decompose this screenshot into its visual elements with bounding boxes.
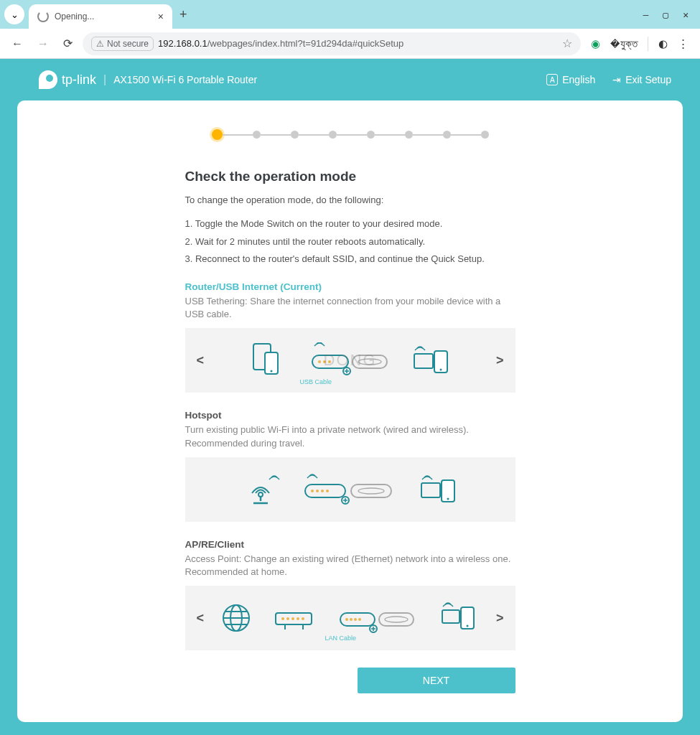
instruction-step: 2. Wait for 2 minutes until the router r…	[185, 233, 515, 251]
svg-point-4	[318, 360, 321, 363]
app-background: tp-link | AX1500 Wi-Fi 6 Portable Router…	[0, 59, 700, 735]
warning-icon: ⚠	[96, 39, 104, 49]
svg-point-12	[439, 369, 442, 371]
address-bar[interactable]: ⚠ Not secure 192.168.0.1/webpages/index.…	[83, 32, 581, 55]
close-icon[interactable]: ×	[158, 11, 164, 22]
public-wifi-icon	[239, 472, 282, 507]
diagram-ap: < > LAN Cable	[185, 586, 515, 650]
page-title: Check the operation mode	[185, 169, 515, 184]
forward-button[interactable]: →	[33, 37, 53, 50]
svg-point-18	[326, 490, 329, 492]
step-dot-4	[329, 131, 337, 139]
brand-logo: tp-link	[39, 70, 96, 89]
svg-point-29	[286, 617, 289, 620]
step-dot-5	[367, 131, 375, 139]
instruction-step: 1. Toggle the Mode Switch on the router …	[185, 215, 515, 233]
divider	[648, 37, 648, 51]
mode-desc-ap: Access Point: Change an existing wired (…	[185, 553, 515, 579]
progress-stepper	[17, 129, 683, 140]
step-line	[261, 134, 291, 136]
exit-icon: ⇥	[612, 74, 621, 85]
tab-title: Opening...	[55, 11, 152, 22]
language-button[interactable]: A English	[546, 74, 595, 85]
svg-point-37	[358, 618, 361, 621]
client-device-icon	[411, 342, 454, 378]
mode-desc-router: USB Tethering: Share the internet connec…	[185, 295, 515, 321]
close-window-button[interactable]: ✕	[683, 9, 689, 20]
mode-title-hotspot: Hotspot	[185, 410, 515, 421]
router-device-icon	[311, 342, 390, 378]
svg-rect-7	[353, 355, 387, 368]
app-header: tp-link | AX1500 Wi-Fi 6 Portable Router…	[0, 59, 700, 100]
tab-search-button[interactable]: ⌄	[4, 4, 24, 24]
step-dot-6	[405, 131, 413, 139]
mode-title-ap: AP/RE/Client	[185, 539, 515, 550]
next-button[interactable]: NEXT	[358, 668, 515, 693]
svg-point-2	[270, 370, 272, 373]
product-name: AX1500 Wi-Fi 6 Portable Router	[113, 74, 257, 85]
diagram-cable-label: LAN Cable	[325, 635, 357, 642]
step-dot-7	[443, 131, 451, 139]
security-chip[interactable]: ⚠ Not secure	[91, 37, 154, 51]
svg-rect-22	[421, 483, 440, 497]
step-dot-3	[291, 131, 299, 139]
phone-device-icon	[246, 342, 289, 378]
carousel-next-icon[interactable]: >	[496, 611, 504, 626]
carousel-next-icon[interactable]: >	[496, 353, 504, 368]
svg-rect-38	[379, 613, 414, 626]
carousel-prev-icon[interactable]: <	[197, 353, 205, 368]
back-button[interactable]: ←	[7, 37, 27, 50]
diagram-cable-label: USB Cable	[300, 378, 332, 385]
mode-desc-hotspot: Turn existing public Wi-Fi into a privat…	[185, 423, 515, 449]
intro-text: To change the operation mode, do the fol…	[185, 195, 515, 205]
chevron-down-icon: ⌄	[11, 9, 19, 20]
svg-point-39	[385, 617, 408, 622]
ap-client-icon	[439, 600, 481, 636]
bookmark-icon[interactable]: ☆	[562, 37, 572, 50]
mode-title-router: Router/USB Internet (Current)	[185, 281, 515, 292]
grammarly-icon[interactable]: ◉	[591, 37, 600, 50]
step-dot-1	[212, 129, 223, 140]
menu-icon[interactable]: ⋮	[678, 37, 689, 50]
extensions-icon[interactable]: �যুক্ত	[610, 37, 638, 50]
svg-rect-19	[351, 484, 391, 497]
reload-button[interactable]: ⟳	[59, 37, 77, 50]
svg-point-17	[321, 490, 324, 492]
svg-point-5	[323, 360, 326, 363]
exit-setup-button[interactable]: ⇥ Exit Setup	[612, 74, 671, 85]
minimize-button[interactable]: —	[643, 9, 649, 20]
brand-name: tp-link	[62, 72, 96, 88]
instruction-list: 1. Toggle the Mode Switch on the router …	[185, 215, 515, 268]
diagram-router: < > USB Cable DONG	[185, 328, 515, 393]
hotspot-router-icon	[304, 472, 397, 507]
svg-point-16	[316, 490, 319, 492]
browser-toolbar: ← → ⟳ ⚠ Not secure 192.168.0.1/webpages/…	[0, 29, 700, 59]
browser-tab[interactable]: Opening... ×	[29, 4, 172, 29]
profile-icon[interactable]: ◐	[658, 37, 668, 50]
svg-point-30	[291, 617, 294, 620]
svg-rect-41	[442, 610, 459, 623]
globe-icon	[220, 601, 253, 635]
svg-point-6	[328, 360, 331, 363]
svg-point-24	[447, 497, 449, 500]
diagram-hotspot	[185, 457, 515, 522]
ap-router-icon	[339, 600, 418, 636]
step-line	[299, 134, 329, 136]
step-line	[451, 134, 481, 136]
svg-point-20	[358, 488, 384, 494]
step-line	[223, 134, 253, 136]
content-area: Check the operation mode To change the o…	[185, 169, 515, 650]
language-label: English	[562, 74, 595, 85]
svg-point-15	[311, 490, 314, 492]
step-dot-2	[253, 131, 261, 139]
svg-point-43	[466, 625, 468, 627]
maximize-button[interactable]: ▢	[663, 9, 668, 20]
new-tab-button[interactable]: +	[179, 7, 187, 22]
step-line	[375, 134, 405, 136]
tplink-logo-icon	[39, 70, 57, 89]
svg-point-36	[354, 618, 357, 621]
loading-spinner-icon	[37, 11, 49, 22]
instruction-step: 3. Reconnect to the router's default SSI…	[185, 251, 515, 268]
hotspot-client-icon	[419, 472, 462, 507]
carousel-prev-icon[interactable]: <	[197, 611, 205, 626]
